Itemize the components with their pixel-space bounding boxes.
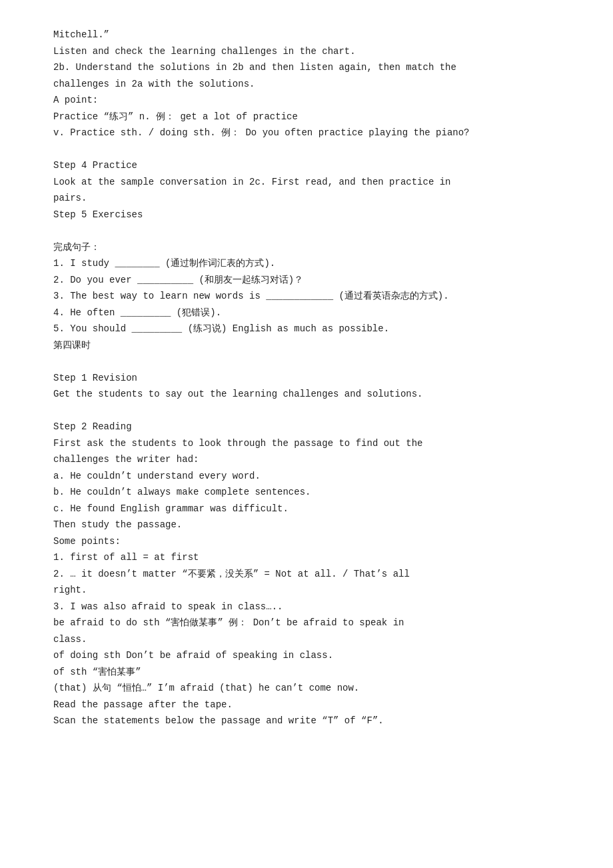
text-line-l10: pairs.	[53, 190, 560, 207]
text-line-l11: Step 5 Exercises	[53, 207, 560, 223]
text-line-l32: 3. I was also afraid to speak in class….…	[53, 599, 560, 615]
text-line-l17: 5. You should _________ (练习说) English as…	[53, 321, 560, 337]
main-content: Mitchell.”Listen and check the learning …	[53, 27, 560, 729]
text-line-blank4	[53, 403, 560, 419]
text-line-l39: Scan the statements below the passage an…	[53, 713, 560, 729]
text-line-l34: class.	[53, 631, 560, 648]
text-line-l16: 4. He often _________ (犯错误).	[53, 305, 560, 321]
text-line-blank1	[53, 141, 560, 158]
text-line-l19: Step 1 Revision	[53, 370, 560, 387]
text-line-l3: 2b. Understand the solutions in 2b and t…	[53, 59, 560, 76]
text-line-l26: c. He found English grammar was difficul…	[53, 501, 560, 517]
text-line-l20: Get the students to say out the learning…	[53, 386, 560, 403]
text-line-l5: A point:	[53, 92, 560, 109]
text-line-l13: 1. I study ________ (通过制作词汇表的方式).	[53, 255, 560, 272]
text-line-l31: right.	[53, 582, 560, 599]
text-line-l33: be afraid to do sth “害怕做某事” 例： Don’t be …	[53, 615, 560, 631]
text-line-l8: Step 4 Practice	[53, 157, 560, 174]
text-line-l24: a. He couldn’t understand every word.	[53, 468, 560, 485]
text-line-l22: First ask the students to look through t…	[53, 435, 560, 452]
text-line-l2: Listen and check the learning challenges…	[53, 43, 560, 60]
text-line-l37: (that) 从句 “恒怕…” I’m afraid (that) he can…	[53, 680, 560, 697]
text-line-l4: challenges in 2a with the solutions.	[53, 76, 560, 93]
text-line-l30: 2. … it doesn’t matter “不要紧，没关系” = Not a…	[53, 566, 560, 583]
text-line-l38: Read the passage after the tape.	[53, 697, 560, 713]
text-line-l23: challenges the writer had:	[53, 451, 560, 468]
text-line-l27: Then study the passage.	[53, 517, 560, 533]
text-line-l15: 3. The best way to learn new words is __…	[53, 288, 560, 305]
text-line-l1: Mitchell.”	[53, 27, 560, 43]
text-line-blank3	[53, 353, 560, 370]
text-line-l35: of doing sth Don’t be afraid of speaking…	[53, 647, 560, 664]
text-line-l9: Look at the sample conversation in 2c. F…	[53, 174, 560, 191]
text-line-l25: b. He couldn’t always make complete sent…	[53, 484, 560, 501]
text-line-l12: 完成句子：	[53, 239, 560, 256]
text-line-l6: Practice “练习” n. 例： get a lot of practic…	[53, 109, 560, 125]
text-line-l29: 1. first of all = at first	[53, 549, 560, 566]
text-line-l7: v. Practice sth. / doing sth. 例： Do you …	[53, 125, 560, 141]
text-line-l36: of sth “害怕某事”	[53, 664, 560, 681]
text-line-l14: 2. Do you ever __________ (和朋友一起练习对话)？	[53, 272, 560, 289]
text-line-l18: 第四课时	[53, 337, 560, 354]
text-line-l21: Step 2 Reading	[53, 419, 560, 435]
text-line-l28: Some points:	[53, 533, 560, 550]
text-line-blank2	[53, 223, 560, 239]
